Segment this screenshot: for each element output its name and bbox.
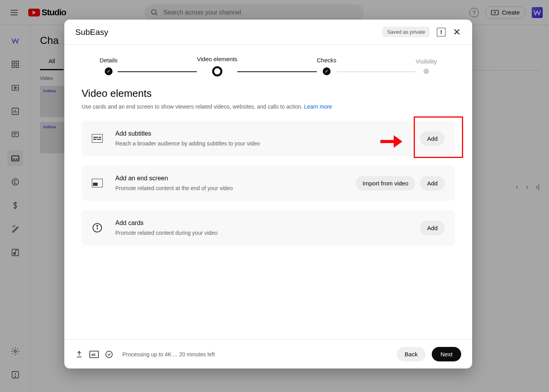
- save-status-chip: Saved as private: [382, 27, 430, 37]
- create-button[interactable]: Create: [485, 6, 525, 19]
- card-desc: Reach a broader audience by adding subti…: [115, 140, 420, 147]
- check-circle-icon: [105, 350, 113, 358]
- sidebar-item-subtitles[interactable]: [7, 151, 23, 166]
- add-endscreen-button[interactable]: Add: [420, 176, 445, 191]
- import-endscreen-button[interactable]: Import from video: [356, 176, 416, 191]
- svg-rect-6: [16, 61, 18, 64]
- svg-point-38: [97, 225, 98, 227]
- card-title: Add cards: [115, 220, 420, 227]
- 4k-badge-icon: 4K: [89, 350, 99, 358]
- page-next-icon[interactable]: ›: [526, 183, 528, 191]
- step-video-elements[interactable]: Video elements: [197, 56, 237, 76]
- feedback-icon[interactable]: !: [437, 28, 445, 36]
- svg-rect-7: [12, 65, 14, 67]
- close-icon[interactable]: ✕: [453, 28, 461, 36]
- add-cards-button[interactable]: Add: [420, 221, 445, 235]
- svg-rect-30: [92, 134, 103, 143]
- svg-rect-5: [12, 61, 14, 64]
- svg-point-26: [14, 350, 16, 352]
- svg-rect-8: [16, 65, 18, 67]
- page-last-icon[interactable]: ›|: [536, 183, 540, 191]
- stepper: Details Video elements Checks Visibility: [64, 45, 472, 83]
- search-box[interactable]: [144, 4, 364, 21]
- svg-rect-18: [11, 156, 18, 161]
- current-step-icon: [212, 66, 222, 76]
- sidebar-item-feedback[interactable]: [7, 367, 23, 383]
- svg-point-42: [106, 351, 113, 358]
- sidebar: [0, 25, 31, 392]
- annotation-highlight-box: [414, 116, 463, 158]
- sidebar-item-brand[interactable]: [7, 33, 23, 49]
- card-title: Add an end screen: [115, 175, 356, 182]
- upload-modal: SubEasy Saved as private ! ✕ Details Vid…: [64, 20, 472, 368]
- inactive-step-icon: [424, 69, 429, 74]
- card-desc: Promote related content during your vide…: [115, 230, 420, 236]
- svg-point-0: [152, 9, 156, 14]
- search-icon: [151, 9, 158, 16]
- sidebar-item-copyright[interactable]: [7, 174, 23, 190]
- svg-marker-10: [15, 87, 17, 89]
- svg-point-29: [15, 376, 16, 377]
- svg-rect-31: [93, 139, 96, 140]
- svg-rect-43: [380, 140, 394, 143]
- svg-rect-32: [97, 139, 101, 140]
- logo-text: Studio: [42, 7, 66, 18]
- extension-icon[interactable]: [532, 7, 543, 18]
- svg-text:4K: 4K: [91, 352, 96, 356]
- svg-line-1: [156, 13, 157, 15]
- sidebar-item-settings[interactable]: [7, 343, 23, 359]
- sidebar-item-dashboard[interactable]: [7, 56, 23, 72]
- help-icon[interactable]: ?: [469, 8, 479, 17]
- sidebar-item-monetization[interactable]: [7, 198, 23, 213]
- svg-point-21: [12, 179, 18, 185]
- check-icon: [105, 67, 113, 75]
- create-icon: [491, 9, 499, 16]
- section-title: Video elements: [82, 87, 455, 100]
- modal-title: SubEasy: [75, 27, 108, 37]
- svg-rect-15: [12, 132, 18, 137]
- info-icon: [92, 222, 103, 233]
- svg-rect-19: [13, 159, 15, 160]
- cards-card: Add cards Promote related content during…: [82, 210, 455, 245]
- svg-point-23: [14, 225, 15, 226]
- sidebar-item-content[interactable]: [7, 80, 23, 96]
- svg-rect-34: [99, 137, 101, 138]
- svg-point-22: [13, 227, 13, 227]
- step-details[interactable]: Details: [100, 57, 118, 75]
- upload-icon: [75, 350, 83, 358]
- sidebar-item-comments[interactable]: [7, 127, 23, 143]
- svg-rect-36: [93, 183, 97, 185]
- svg-rect-33: [93, 137, 98, 138]
- step-visibility[interactable]: Visibility: [416, 58, 437, 74]
- endscreen-icon: [92, 178, 103, 189]
- card-title: Add subtitles: [115, 130, 420, 137]
- sidebar-item-analytics[interactable]: [7, 103, 23, 119]
- processing-status: Processing up to 4K ... 20 minutes left: [122, 351, 215, 358]
- pagination: ‹ › ›|: [516, 183, 540, 191]
- svg-marker-44: [394, 135, 402, 148]
- studio-logo[interactable]: Studio: [28, 7, 66, 18]
- card-desc: Promote related content at the end of yo…: [115, 185, 356, 191]
- endscreen-card: Add an end screen Promote related conten…: [82, 165, 455, 201]
- next-button[interactable]: Next: [432, 347, 461, 361]
- page-prev-icon[interactable]: ‹: [516, 183, 518, 191]
- youtube-icon: [28, 9, 40, 16]
- sidebar-item-audio[interactable]: [7, 245, 23, 260]
- sidebar-item-customization[interactable]: [7, 221, 23, 237]
- check-icon: [323, 67, 331, 75]
- svg-rect-20: [15, 159, 17, 160]
- menu-button[interactable]: [6, 5, 22, 20]
- subtitles-icon: [92, 133, 103, 144]
- search-input[interactable]: [163, 9, 358, 16]
- section-description: Use cards and an end screen to show view…: [82, 103, 455, 110]
- annotation-arrow-icon: [380, 135, 402, 148]
- step-checks[interactable]: Checks: [317, 57, 336, 75]
- tab-all[interactable]: All: [40, 53, 64, 70]
- learn-more-link[interactable]: Learn more: [304, 103, 332, 110]
- back-button[interactable]: Back: [397, 347, 425, 361]
